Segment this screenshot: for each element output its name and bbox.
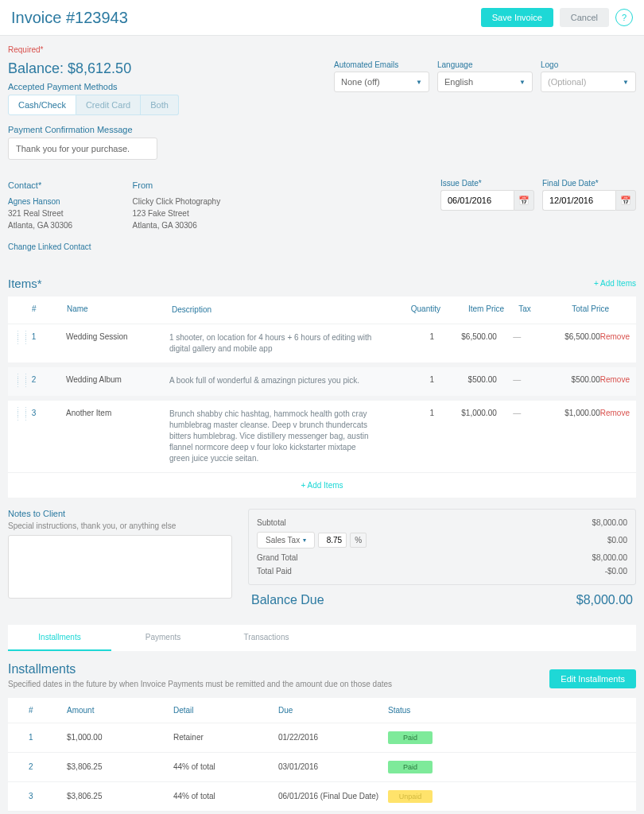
- tab-payments[interactable]: Payments: [111, 625, 215, 651]
- final-date-label: Final Due Date*: [542, 179, 636, 188]
- drag-handle-icon[interactable]: ⋮⋮⋮⋮⋮⋮: [14, 409, 32, 421]
- notes-label: Notes to Client: [8, 509, 232, 518]
- accepted-methods-label: Accepted Payment Methods: [8, 82, 179, 91]
- percent-label: %: [350, 533, 367, 548]
- contact-name-link[interactable]: Agnes Hanson: [8, 196, 91, 207]
- add-items-link-top[interactable]: + Add Items: [594, 279, 636, 288]
- sales-tax-select[interactable]: Sales Tax ▾: [257, 532, 315, 548]
- remove-item-link[interactable]: Remove: [600, 375, 630, 384]
- page-header: Invoice #123943 Save Invoice Cancel ?: [0, 0, 644, 36]
- cancel-button[interactable]: Cancel: [560, 8, 609, 27]
- issue-date-input[interactable]: [440, 190, 514, 211]
- edit-installments-button[interactable]: Edit Installments: [549, 669, 636, 688]
- tab-transactions[interactable]: Transactions: [215, 625, 318, 651]
- tabs: Installments Payments Transactions: [8, 625, 636, 651]
- page-title: Invoice #123943: [11, 9, 128, 27]
- status-badge: Unpaid: [388, 790, 433, 803]
- installments-table: # Amount Detail Due Status 1 $1,000.00 R…: [8, 698, 636, 812]
- notes-hint: Special instructions, thank you, or anyt…: [8, 521, 232, 530]
- installments-title: Installments: [8, 662, 392, 676]
- tax-rate-input[interactable]: [318, 533, 347, 548]
- installments-desc: Specified dates in the future by when In…: [8, 680, 392, 688]
- caret-down-icon: ▼: [416, 79, 422, 86]
- required-label: Required*: [8, 45, 636, 54]
- logo-select[interactable]: (Optional)▼: [541, 72, 636, 92]
- pay-method-both[interactable]: Both: [141, 95, 179, 115]
- caret-down-icon: ▾: [303, 537, 306, 544]
- notes-textarea[interactable]: [8, 535, 232, 599]
- balance-due: Balance Due$8,000.00: [248, 585, 636, 607]
- status-badge: Paid: [388, 761, 433, 773]
- remove-item-link[interactable]: Remove: [600, 409, 630, 417]
- calendar-icon[interactable]: 📅: [514, 190, 534, 211]
- from-block: From Clicky Click Photography 123 Fake S…: [133, 179, 221, 253]
- pay-method-credit[interactable]: Credit Card: [76, 95, 141, 115]
- caret-down-icon: ▼: [519, 79, 526, 86]
- add-items-link-bottom[interactable]: + Add Items: [8, 473, 636, 498]
- language-label: Language: [437, 60, 533, 69]
- auto-emails-label: Automated Emails: [334, 60, 429, 69]
- tab-installments[interactable]: Installments: [8, 625, 111, 651]
- change-contact-link[interactable]: Change Linked Contact: [8, 241, 91, 253]
- language-select[interactable]: English▼: [437, 72, 533, 92]
- logo-label: Logo: [541, 60, 636, 69]
- totals-box: Subtotal$8,000.00 Sales Tax ▾ % $0.00 Gr…: [248, 509, 636, 585]
- remove-item-link[interactable]: Remove: [600, 332, 630, 341]
- auto-emails-select[interactable]: None (off)▼: [334, 72, 429, 92]
- drag-handle-icon[interactable]: ⋮⋮⋮⋮⋮⋮: [14, 375, 32, 388]
- item-row: ⋮⋮⋮⋮⋮⋮ 3 Another Item Brunch shabby chic…: [8, 401, 636, 473]
- balance-heading: Balance: $8,612.50: [8, 60, 179, 77]
- payment-methods-toggle: Cash/Check Credit Card Both: [8, 95, 179, 115]
- items-table: # Name Description Quantity Item Price T…: [8, 297, 636, 498]
- header-actions: Save Invoice Cancel ?: [481, 8, 633, 27]
- pay-method-cash[interactable]: Cash/Check: [8, 95, 76, 115]
- confirmation-label: Payment Confirmation Message: [8, 125, 636, 134]
- save-button[interactable]: Save Invoice: [481, 8, 553, 27]
- installment-row: 3 $3,806.25 44% of total 06/01/2016 (Fin…: [8, 782, 636, 812]
- item-row: ⋮⋮⋮⋮⋮⋮ 2 Wedding Album A book full of wo…: [8, 367, 636, 401]
- drag-handle-icon[interactable]: ⋮⋮⋮⋮⋮⋮: [14, 332, 32, 345]
- confirmation-input[interactable]: [8, 138, 157, 160]
- help-icon[interactable]: ?: [615, 9, 633, 26]
- status-badge: Paid: [388, 731, 433, 744]
- contact-block: Contact* Agnes Hanson 321 Real Street At…: [8, 179, 91, 253]
- item-row: ⋮⋮⋮⋮⋮⋮ 1 Wedding Session 1 shooter, on l…: [8, 324, 636, 367]
- items-title: Items*: [8, 277, 42, 290]
- issue-date-label: Issue Date*: [440, 179, 534, 188]
- calendar-icon[interactable]: 📅: [615, 190, 636, 211]
- installment-row: 2 $3,806.25 44% of total 03/01/2016 Paid: [8, 753, 636, 782]
- installment-row: 1 $1,000.00 Retainer 01/22/2016 Paid: [8, 723, 636, 753]
- final-date-input[interactable]: [542, 190, 615, 211]
- caret-down-icon: ▼: [623, 79, 629, 86]
